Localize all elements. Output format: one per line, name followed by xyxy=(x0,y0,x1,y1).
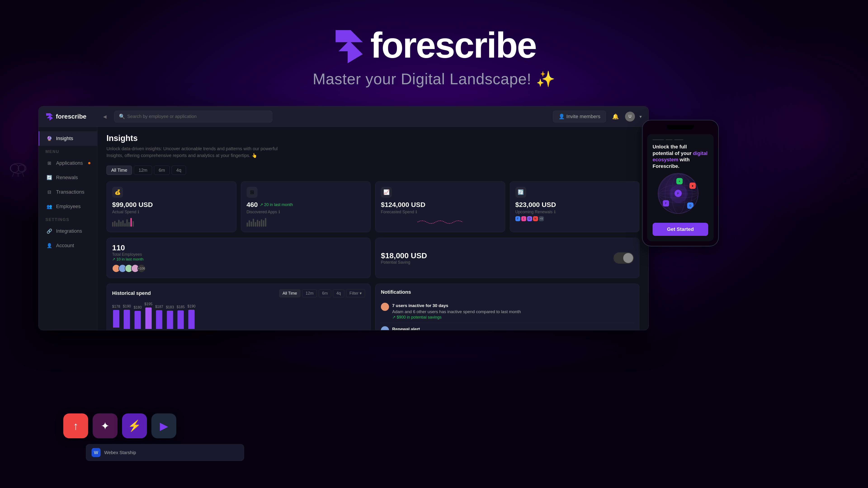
app-icon-analytics[interactable]: ↑ xyxy=(63,414,88,438)
bar-group-6: $183 xyxy=(166,305,174,329)
stat-card-potential-saving: $18,000 USD Potential Saving xyxy=(375,238,640,278)
sidebar-item-integrations[interactable]: 🔗 Integrations xyxy=(39,224,97,238)
search-bar[interactable]: 🔍 Search by employee or application xyxy=(114,111,272,123)
renewal-app-1: F xyxy=(515,216,520,221)
bar-group-3: $180 xyxy=(133,305,142,329)
historical-spend-panel: Historical spend All Time 12m 6m 4q Filt… xyxy=(106,284,371,330)
toggle-knob xyxy=(623,253,633,263)
upcoming-renewals-label: Upcoming Renewals ℹ xyxy=(515,209,634,215)
bar-7 xyxy=(178,311,184,329)
stat-card-forecasted-spend: 📈 $124,000 USD Forecasted Spend ℹ xyxy=(375,181,505,232)
sidebar-item-renewals[interactable]: 🔄 Renewals xyxy=(39,170,97,185)
stat-card-actual-spend: 💰 $99,000 USD Actual Spend ℹ xyxy=(106,181,237,232)
bottom-panels: Historical spend All Time 12m 6m 4q Filt… xyxy=(106,284,640,330)
forecasted-spend-value: $124,000 USD xyxy=(381,201,500,208)
page-title: Insights xyxy=(106,133,640,143)
chart-filter-6m[interactable]: 6m xyxy=(319,289,331,297)
notif-content-1: 7 users inactive for 30 days Adam and 6 … xyxy=(392,303,521,320)
toolbar-actions: 👤 Invite members 🔔 U ▾ xyxy=(553,111,642,123)
sidebar-item-transactions[interactable]: ⊟ Transactions xyxy=(39,185,97,199)
potential-saving-label: Potential Saving xyxy=(381,260,427,265)
info-icon: ℹ xyxy=(138,209,139,215)
analytics-icon: ↑ xyxy=(73,420,79,432)
globe-icon-3: F xyxy=(663,200,669,206)
filter-all-time[interactable]: All Time xyxy=(106,166,132,175)
app-icon-lightning[interactable]: ⚡ xyxy=(122,414,147,438)
notif-title-1: 7 users inactive for 30 days xyxy=(392,303,521,309)
search-placeholder: Search by employee or application xyxy=(127,114,197,119)
collapse-button[interactable]: ◀ xyxy=(100,111,110,122)
tagline: Master your Digital Landscape! ✨ xyxy=(313,70,555,88)
upcoming-renewals-value: $23,000 USD xyxy=(515,201,634,208)
app-icon-pf[interactable]: ▶ xyxy=(151,414,176,438)
saving-toggle[interactable] xyxy=(614,252,634,264)
avatar-dropdown-button[interactable]: ▾ xyxy=(640,114,642,119)
globe-circle: + ● F G F xyxy=(658,173,699,214)
potential-saving-value: $18,000 USD xyxy=(381,251,427,260)
browser-toolbar: forescribe ◀ 🔍 Search by employee or app… xyxy=(39,106,649,127)
actual-spend-value: $99,000 USD xyxy=(112,201,231,208)
chart-filter-4q[interactable]: 4q xyxy=(333,289,344,297)
sidebar-item-applications[interactable]: ⊞ Applications xyxy=(39,156,97,170)
notifications-button[interactable]: 🔔 xyxy=(611,111,620,122)
renewal-app-3: D xyxy=(527,216,532,221)
stat-card-upcoming-renewals: 🔄 $23,000 USD Upcoming Renewals ℹ F I D … xyxy=(510,181,640,232)
upcoming-renewals-icon: 🔄 xyxy=(515,187,526,198)
employee-avatars: +106 xyxy=(112,264,365,272)
notif-avatar-1 xyxy=(381,303,389,311)
invite-members-button[interactable]: 👤 Invite members xyxy=(553,111,606,123)
chart-filter-filter[interactable]: Filter ▾ xyxy=(346,289,365,297)
notification-item-1: 7 users inactive for 30 days Adam and 6 … xyxy=(381,300,634,323)
applications-badge xyxy=(88,162,90,164)
forecasted-spend-icon: 📈 xyxy=(381,187,392,198)
actual-spend-label: Actual Spend ℹ xyxy=(112,209,231,215)
forecasted-wavy-chart xyxy=(381,218,500,227)
bar-group-1: $178 xyxy=(112,304,120,329)
cloud-icon xyxy=(2,151,34,183)
sidebar: 🔮 Insights MENU ⊞ Applications 🔄 Renewal… xyxy=(39,127,97,330)
phone-mockup: Unlock the full potential of your digita… xyxy=(642,120,723,247)
total-employees-label: Total Employees xyxy=(112,252,365,257)
toolbar-app-name: forescribe xyxy=(56,113,86,120)
chart-title: Historical spend xyxy=(112,290,151,296)
transactions-icon: ⊟ xyxy=(46,189,53,195)
filter-4q[interactable]: 4q xyxy=(172,166,186,175)
lightning-icon: ⚡ xyxy=(128,420,141,432)
chart-filter-alltime[interactable]: All Time xyxy=(279,289,301,297)
bar-group-2: $190 xyxy=(123,304,131,329)
bottom-app-icons: ↑ ✦ ⚡ ▶ xyxy=(63,414,176,438)
globe-icon-2: ● xyxy=(689,183,696,189)
renewal-app-4: N xyxy=(533,216,538,221)
insights-icon: 🔮 xyxy=(46,135,53,142)
app-name: forescribe xyxy=(370,27,536,63)
webex-icon: W xyxy=(92,448,101,457)
bar-chart: $178 $190 $180 xyxy=(112,302,365,329)
svg-point-3 xyxy=(18,165,25,172)
actual-spend-icon: 💰 xyxy=(112,187,123,198)
stats-row2: 110 Total Employees ↗ 10 in last month xyxy=(106,238,640,278)
search-icon: 🔍 xyxy=(119,113,125,120)
sidebar-item-employees[interactable]: 👥 Employees xyxy=(39,199,97,214)
user-avatar[interactable]: U xyxy=(625,111,635,122)
svg-marker-7 xyxy=(46,113,53,121)
bar-3 xyxy=(134,311,141,329)
renewal-app-2: I xyxy=(521,216,526,221)
renewal-app-icons: F I D N +9 xyxy=(515,216,634,221)
app-icon-slack[interactable]: ✦ xyxy=(93,414,118,438)
applications-icon: ⊞ xyxy=(46,160,53,166)
get-started-button[interactable]: Get Started xyxy=(653,223,708,236)
sidebar-item-account[interactable]: 👤 Account xyxy=(39,238,97,253)
chart-filter-12m[interactable]: 12m xyxy=(302,289,317,297)
globe-icon-center: F xyxy=(675,190,682,197)
decorative-icons xyxy=(2,151,34,183)
phone-tagline: Unlock the full potential of your digita… xyxy=(653,144,708,169)
filter-12m[interactable]: 12m xyxy=(134,166,152,175)
sidebar-item-insights[interactable]: 🔮 Insights xyxy=(39,131,97,146)
apps-trend: ↗ 20 in last month xyxy=(260,202,293,207)
employees-icon: 👥 xyxy=(46,203,53,210)
filter-6m[interactable]: 6m xyxy=(154,166,170,175)
phone-globe: + ● F G F xyxy=(658,173,703,218)
notif-content-2: Renewal alert Some applications are due … xyxy=(392,326,465,330)
stats-grid: 💰 $99,000 USD Actual Spend ℹ xyxy=(106,181,640,232)
bar-group-7: $185 xyxy=(177,305,185,329)
